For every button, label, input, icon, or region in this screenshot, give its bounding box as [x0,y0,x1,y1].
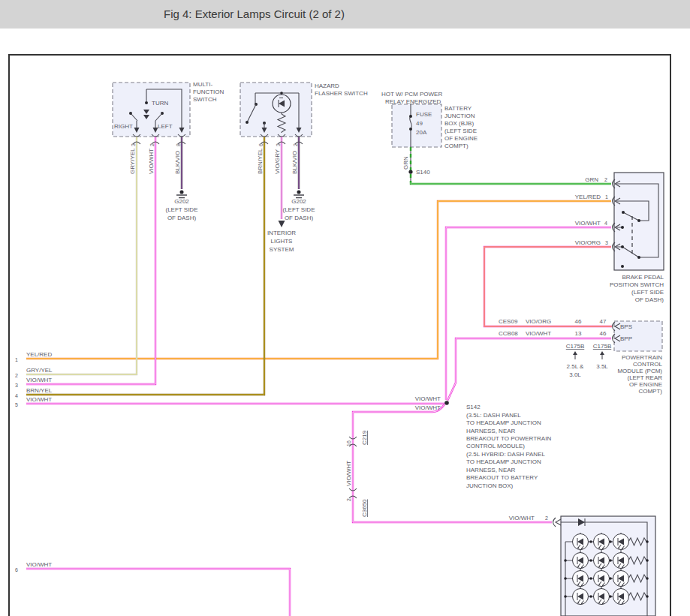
wire-label-blk-vio: BLK/VIO [174,151,181,174]
circuit-id: CES09 [499,318,518,325]
bjb-name: BATTERY [444,105,472,112]
exit-wire-label: YEL/RED [26,351,52,358]
circuit-wire: VIO/WHT [526,330,551,337]
splice-s140-label: S140 [416,169,430,176]
pcm-caption: MODULE (PCM) [617,368,662,374]
led-icon [573,534,589,550]
splice-note: TO HEADLAMP JUNCTION [466,458,541,465]
wires [26,133,612,616]
splice-note: CONTROL MODULE) [466,443,525,449]
bps-wire-label: GRN [585,176,598,183]
hot-label: HOT W/ PCM POWER [381,91,442,98]
hazard-pin: 3 [276,143,281,146]
hazard-pin: 2 [293,143,298,146]
connector-c219: 16 C219 VIO/WHT [345,430,368,486]
rear-lamp-assembly: VIO/WHT 2 [509,515,655,616]
wire-vio-wht-bpp [447,338,611,401]
ground-loc: (LEFT SIDE [166,206,198,213]
wire-label-brn-yel: BRN/YEL [257,148,264,174]
splice-s142: VIO/WHT VIO/WHT S142 (3.5L: DASH PANEL T… [415,395,552,489]
pcm-caption: COMPT) [638,388,662,395]
lamp-wire-label: VIO/WHT [509,515,535,521]
fuse-label: FUSE [416,111,432,118]
c3650-label: C3650 [361,499,368,517]
bjb-name: OF ENGINE [444,135,478,142]
bps-pin: 4 [604,221,607,226]
exit-wire-label: GRY/YEL [26,367,53,374]
pcm-caption: POWERTRAIN [622,354,662,361]
ground-id: G202 [174,198,189,205]
exit-wire-label: VIO/WHT [26,396,52,403]
circuit-id: CCB08 [499,330,518,337]
wire-vio-wht-bps4 [446,227,611,400]
led-icon [594,589,610,605]
splice-note: TO HEADLAMP JUNCTION [466,419,541,426]
multi-function-switch: TURN RIGHT LEFT MULTI- FUNCTION SWITCH 3… [113,81,224,174]
hazard-name: HAZARD [315,83,339,89]
pcm-pin-bps: BPS [620,323,632,330]
bps-wire-label: VIO/WHT [575,220,601,227]
exit-number: 5 [15,402,18,407]
circuit-pin-b: 47 [600,318,607,325]
splice-note: JUNCTION BOX) [466,482,514,489]
circuit-pin-a: 13 [575,330,582,337]
hazard-name: FLASHER SWITCH [315,90,368,97]
led-icon [573,589,589,605]
battery-junction-box: HOT W/ PCM POWER RELAY ENERGIZED FUSE 49… [381,91,478,182]
wire-brn-yel [26,133,264,395]
wire-label-vio-wht: VIO/WHT [345,461,352,486]
wire-gry-yel [26,133,137,374]
bps-caption: OF DASH) [635,296,664,303]
pcm-caption: CONTROL [633,361,663,368]
wire-vio-org [484,247,612,326]
brake-pedal-position-switch: GRN 2 YEL/RED 1 VIO/WHT 4 VIO/ORG 3 BRAK… [575,173,664,303]
wire-label-vio-gry: VIO/GRY [274,149,281,174]
bjb-name: (LEFT SIDE [444,128,477,134]
circuit-wire: VIO/ORG [526,318,551,325]
pcm-caption: OF ENGINE [629,381,662,388]
wire-label-vio-wht: VIO/WHT [415,395,441,402]
wire-vio-wht-exit6 [26,569,290,616]
pcm-caption: (LEFT REAR [627,374,662,381]
led-icon [594,553,610,569]
header-bar [0,0,690,29]
engine-variant: 3.5L [596,363,608,370]
wire-vio-wht-exit6 [26,569,290,616]
wire-vio-wht-bpp [447,338,611,401]
engine-variant: 3.0L [569,371,581,378]
led-icon [613,589,629,605]
mfs-name: MULTI- [193,81,212,88]
led-icon [594,534,610,550]
ground-icon [294,191,304,198]
splice-note: BREAKOUT TO POWERTRAIN [466,435,551,442]
mfs-left-label: LEFT [158,123,173,130]
bps-wire-label: VIO/ORG [575,239,601,246]
ground-g202-mfs: G202 (LEFT SIDE OF DASH) [166,191,198,222]
wire-vio-org [484,247,612,326]
circuit-pin-b: 46 [600,330,607,337]
mfs-name: SWITCH [193,96,217,103]
wire-yel-red [26,201,611,359]
ground-icon [176,191,187,198]
exit-number: 1 [15,357,18,362]
splice-note: (2.5L HYBRID: DASH PANEL [466,451,545,458]
splice-dot [444,401,449,405]
bps-wire-label: YEL/RED [575,194,601,200]
wire-label-blk-vio: BLK/VIO [291,151,298,174]
led-icon [613,553,629,569]
hazard-pin: 6 [258,143,264,146]
mfs-name: FUNCTION [193,89,224,95]
c219-label: C219 [361,430,368,445]
header: Fig 4: Exterior Lamps Circuit (2 of 2) [0,0,690,29]
page-title: Fig 4: Exterior Lamps Circuit (2 of 2) [164,8,345,20]
wiring-diagram: Fig 4: Exterior Lamps Circuit (2 of 2) T… [0,0,690,616]
interior-lights-label: INTERIOR [267,230,296,236]
splice-note: HARNESS, NEAR [466,467,516,473]
interior-lights-label: SYSTEM [270,246,294,253]
bps-caption: (LEFT SIDE [631,289,664,296]
exit-number: 2 [15,373,18,378]
wire-label-vio-wht: VIO/WHT [415,404,441,411]
ground-loc: OF DASH) [285,215,314,221]
mfs-right-label: RIGHT [114,123,133,130]
circuit-pin-a: 46 [575,318,582,325]
